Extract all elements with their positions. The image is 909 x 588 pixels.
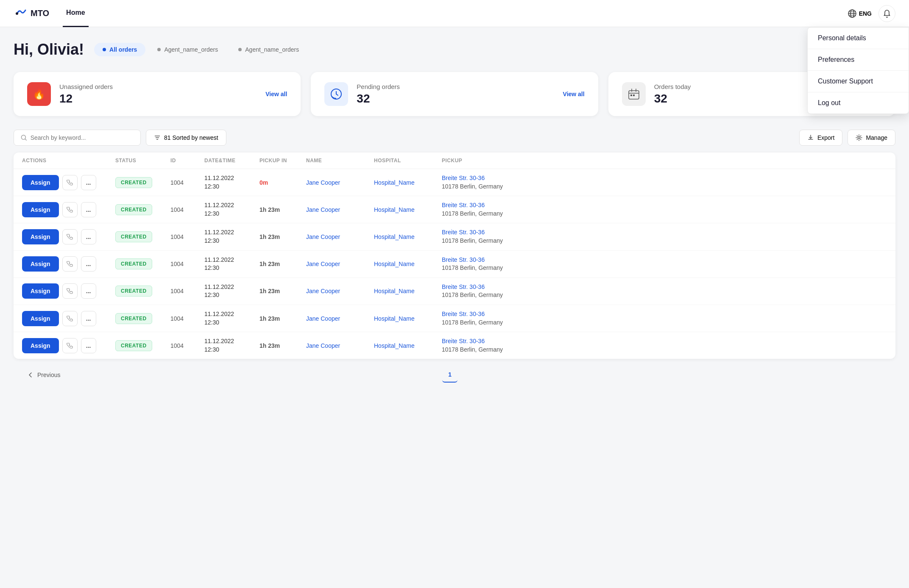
tab-group: All orders Agent_name_orders Agent_name_…: [94, 43, 307, 56]
phone-icon: [67, 261, 73, 267]
hospital-cell[interactable]: Hospital_Name: [374, 288, 442, 294]
assign-button[interactable]: Assign: [22, 256, 59, 272]
sort-button[interactable]: 81 Sorted by newest: [146, 130, 226, 146]
pickup-in-cell: 1h 23m: [259, 233, 306, 240]
id-cell: 1004: [170, 315, 204, 322]
name-cell[interactable]: Jane Cooper: [306, 315, 374, 322]
nav-home[interactable]: Home: [63, 0, 88, 27]
hospital-cell[interactable]: Hospital_Name: [374, 206, 442, 213]
tab-agent-orders-2[interactable]: Agent_name_orders: [230, 43, 307, 56]
search-box[interactable]: [14, 130, 141, 146]
sort-icon: [154, 134, 161, 141]
logo-text: MTO: [31, 8, 49, 18]
actions-cell: Assign ...: [22, 175, 115, 190]
name-cell[interactable]: Jane Cooper: [306, 179, 374, 186]
unassigned-label: Unassigned orders: [59, 83, 257, 90]
search-input[interactable]: [31, 134, 134, 141]
view-all-unassigned[interactable]: View all: [265, 91, 287, 97]
datetime-cell: 11.12.202212:30: [204, 228, 259, 245]
col-datetime: DATE&TIME: [204, 158, 259, 164]
pickup-cell: Breite Str. 30-3610178 Berlin, Germany: [442, 174, 887, 191]
notifications-button[interactable]: [878, 5, 895, 22]
more-button[interactable]: ...: [81, 202, 96, 217]
more-button[interactable]: ...: [81, 229, 96, 244]
table-row: Assign ... CREATED 1004 11.12.202212:30 …: [14, 305, 895, 332]
logo[interactable]: MTO: [14, 6, 49, 21]
hospital-cell[interactable]: Hospital_Name: [374, 261, 442, 267]
export-button[interactable]: Export: [799, 130, 842, 146]
name-cell[interactable]: Jane Cooper: [306, 288, 374, 294]
page-1-button[interactable]: 1: [442, 367, 457, 383]
dropdown-customer-support[interactable]: Customer Support: [808, 71, 909, 92]
hospital-cell[interactable]: Hospital_Name: [374, 342, 442, 349]
call-button[interactable]: [62, 311, 78, 326]
status-badge: CREATED: [115, 258, 152, 269]
hospital-cell[interactable]: Hospital_Name: [374, 233, 442, 240]
export-icon: [807, 134, 814, 141]
actions-cell: Assign ...: [22, 311, 115, 326]
dropdown-menu: Personal details Preferences Customer Su…: [807, 27, 909, 114]
search-icon: [21, 134, 27, 141]
manage-button[interactable]: Manage: [848, 130, 895, 146]
col-pickup: PICKUP: [442, 158, 887, 164]
assign-button[interactable]: Assign: [22, 202, 59, 217]
globe-icon: [848, 9, 856, 18]
assign-button[interactable]: Assign: [22, 338, 59, 353]
actions-cell: Assign ...: [22, 256, 115, 272]
call-button[interactable]: [62, 256, 78, 272]
col-name: NAME: [306, 158, 374, 164]
status-cell: CREATED: [115, 258, 170, 269]
datetime-cell: 11.12.202212:30: [204, 310, 259, 327]
name-cell[interactable]: Jane Cooper: [306, 261, 374, 267]
call-button[interactable]: [62, 202, 78, 217]
tab-agent-orders-1[interactable]: Agent_name_orders: [149, 43, 226, 56]
pickup-cell: Breite Str. 30-3610178 Berlin, Germany: [442, 228, 887, 245]
lang-label: ENG: [859, 10, 872, 17]
status-cell: CREATED: [115, 313, 170, 324]
assign-button[interactable]: Assign: [22, 229, 59, 244]
name-cell[interactable]: Jane Cooper: [306, 206, 374, 213]
header-right: ENG: [848, 5, 895, 22]
more-button[interactable]: ...: [81, 311, 96, 326]
name-cell[interactable]: Jane Cooper: [306, 342, 374, 349]
hospital-cell[interactable]: Hospital_Name: [374, 315, 442, 322]
dropdown-preferences[interactable]: Preferences: [808, 49, 909, 71]
more-button[interactable]: ...: [81, 283, 96, 299]
col-status: STATUS: [115, 158, 170, 164]
actions-cell: Assign ...: [22, 229, 115, 244]
dropdown-logout[interactable]: Log out: [808, 92, 909, 114]
datetime-cell: 11.12.202212:30: [204, 256, 259, 272]
view-all-pending[interactable]: View all: [563, 91, 585, 97]
actions-cell: Assign ...: [22, 338, 115, 353]
tab-all-orders[interactable]: All orders: [94, 43, 145, 56]
more-button[interactable]: ...: [81, 338, 96, 353]
call-button[interactable]: [62, 338, 78, 353]
assign-button[interactable]: Assign: [22, 311, 59, 326]
call-button[interactable]: [62, 229, 78, 244]
header: MTO Home ENG Personal details Preference…: [0, 0, 909, 27]
call-button[interactable]: [62, 175, 78, 190]
language-button[interactable]: ENG: [848, 9, 872, 18]
stats-row: 🔥 Unassigned orders 12 View all Pending …: [14, 72, 895, 116]
col-hospital: HOSPITAL: [374, 158, 442, 164]
assign-button[interactable]: Assign: [22, 175, 59, 190]
status-badge: CREATED: [115, 231, 152, 242]
table-row: Assign ... CREATED 1004 11.12.202212:30 …: [14, 251, 895, 278]
more-button[interactable]: ...: [81, 175, 96, 190]
pickup-in-cell: 1h 23m: [259, 288, 306, 294]
dropdown-personal-details[interactable]: Personal details: [808, 28, 909, 49]
svg-rect-12: [630, 94, 632, 96]
tab-dot-1: [157, 48, 161, 51]
hospital-cell[interactable]: Hospital_Name: [374, 179, 442, 186]
id-cell: 1004: [170, 261, 204, 267]
table-row: Assign ... CREATED 1004 11.12.202212:30 …: [14, 332, 895, 359]
toolbar: 81 Sorted by newest Export Manage: [14, 130, 895, 146]
pickup-cell: Breite Str. 30-3610178 Berlin, Germany: [442, 256, 887, 272]
assign-button[interactable]: Assign: [22, 283, 59, 299]
previous-button[interactable]: Previous: [27, 372, 60, 378]
greeting-row: Hi, Olivia! All orders Agent_name_orders…: [14, 41, 895, 58]
call-button[interactable]: [62, 283, 78, 299]
more-button[interactable]: ...: [81, 256, 96, 272]
name-cell[interactable]: Jane Cooper: [306, 233, 374, 240]
pickup-cell: Breite Str. 30-3610178 Berlin, Germany: [442, 283, 887, 300]
